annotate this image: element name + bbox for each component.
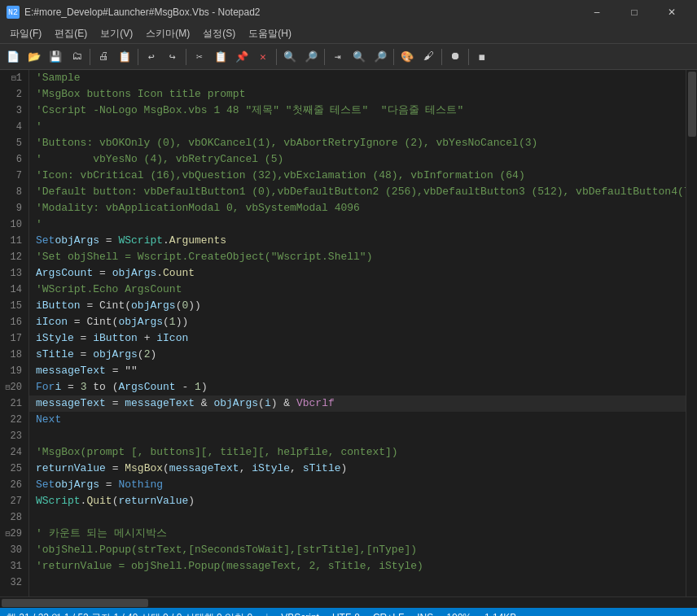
code-line-30: 'objShell.Popup(strText,[nSecondsToWait]…: [29, 542, 686, 558]
editor-container: ⊟12345678910111213141516171819⊟202122232…: [0, 70, 697, 596]
line-number-5: 5: [0, 135, 28, 151]
menu-edit[interactable]: 편집(E): [48, 25, 94, 42]
code-line-19: messageText = "": [29, 363, 686, 379]
undo-button[interactable]: ↩: [142, 47, 161, 67]
status-charset[interactable]: UTF-8: [332, 612, 360, 616]
redo-button[interactable]: ↪: [163, 47, 182, 67]
menu-view[interactable]: 보기(V): [94, 25, 139, 42]
code-line-31: 'returnValue = objShell.Popup(messageTex…: [29, 558, 686, 574]
window-title: E:#more_Develop#Launcher#MsgBox.Vbs - No…: [24, 7, 578, 18]
toolbar-sep-7: [441, 49, 442, 65]
code-line-7: 'Icon: vbCritical (16),vbQuestion (32),v…: [29, 168, 686, 184]
line-number-20: ⊟20: [0, 379, 28, 395]
code-line-6: ' vbYesNo (4), vbRetryCancel (5): [29, 151, 686, 168]
toolbar-sep-8: [468, 49, 469, 65]
line-number-31: 31: [0, 558, 28, 574]
print-preview-button[interactable]: 📋: [115, 47, 134, 67]
line-number-28: 28: [0, 509, 28, 526]
code-line-23: [29, 428, 686, 444]
code-line-4: ': [29, 119, 686, 135]
line-number-16: 16: [0, 314, 28, 330]
code-line-2: 'MsgBox buttons Icon title prompt: [29, 86, 686, 103]
line-number-12: 12: [0, 249, 28, 265]
toolbar: 📄 📂 💾 🗂 🖨 📋 ↩ ↪ ✂ 📋 📌 ✕ 🔍 🔎 ⇥ 🔍 🔎 🎨 🖌 ⏺ …: [0, 44, 697, 70]
status-ins-mode[interactable]: INS: [417, 612, 433, 616]
app-icon: N2: [7, 6, 20, 19]
menu-file[interactable]: 파일(F): [3, 25, 48, 42]
code-line-24: 'MsgBox(prompt [, buttons][, title][, he…: [29, 444, 686, 461]
print-button[interactable]: 🖨: [94, 47, 113, 67]
code-editor[interactable]: 'Sample'MsgBox buttons Icon title prompt…: [29, 70, 686, 596]
code-line-5: 'Buttons: vbOKOnly (0), vbOKCancel(1), v…: [29, 135, 686, 151]
menu-schema[interactable]: 스키마(M): [139, 25, 196, 42]
scheme-button[interactable]: 🎨: [397, 47, 417, 67]
scroll-thumb[interactable]: [688, 72, 696, 137]
code-line-13: ArgsCount = objArgs.Count: [29, 265, 686, 282]
vertical-scrollbar[interactable]: [686, 70, 697, 596]
scheme2-button[interactable]: 🖌: [419, 47, 438, 67]
replace-button[interactable]: 🔎: [301, 47, 321, 67]
status-zoom[interactable]: 100%: [446, 612, 471, 616]
code-line-3: 'Cscript -NoLogo MsgBox.vbs 1 48 "제목" "첫…: [29, 103, 686, 119]
line-number-9: 9: [0, 200, 28, 216]
toolbar-sep-4: [276, 49, 277, 65]
close-button[interactable]: ✕: [653, 0, 690, 24]
code-line-12: 'Set objShell = Wscript.CreateObject("Ws…: [29, 249, 686, 265]
open-button[interactable]: 📂: [24, 47, 44, 67]
line-number-14: 14: [0, 282, 28, 298]
zoom-in-button[interactable]: 🔍: [349, 47, 369, 67]
line-number-15: 15: [0, 298, 28, 314]
code-line-15: iButton = Cint(objArgs(0)): [29, 298, 686, 314]
paste-button[interactable]: 📌: [232, 47, 252, 67]
hscroll-track: [2, 599, 695, 607]
code-line-21: messageText = messageText & objArgs(i) &…: [29, 395, 686, 412]
line-number-1: ⊟1: [0, 70, 28, 86]
toolbar-sep-5: [324, 49, 325, 65]
toolbar-sep-1: [90, 49, 90, 65]
code-line-17: iStyle = iButton + iIcon: [29, 330, 686, 347]
opaque-button[interactable]: ◼: [472, 47, 492, 67]
window-controls: – □ ✕: [578, 0, 690, 24]
status-bar: 행 21 / 33 열 1 / 52 글자 1 / 49 선택 0 / 0 선택…: [0, 608, 697, 616]
line-number-30: 30: [0, 542, 28, 558]
save-all-button[interactable]: 🗂: [67, 47, 86, 67]
maximize-button[interactable]: □: [616, 0, 653, 24]
save-button[interactable]: 💾: [46, 47, 65, 67]
hscroll-thumb[interactable]: [2, 599, 148, 607]
minimize-button[interactable]: –: [578, 0, 616, 24]
find-button[interactable]: 🔍: [280, 47, 300, 67]
new-button[interactable]: 📄: [3, 47, 23, 67]
macro-button[interactable]: ⏺: [445, 47, 465, 67]
code-line-14: 'WScript.Echo ArgsCount: [29, 282, 686, 298]
line-number-22: 22: [0, 412, 28, 428]
toolbar-sep-6: [393, 49, 394, 65]
zoom-out-button[interactable]: 🔎: [370, 47, 390, 67]
line-number-3: 3: [0, 103, 28, 119]
status-file-size: 1.14KB: [484, 612, 516, 616]
line-number-27: 27: [0, 493, 28, 509]
delete-button[interactable]: ✕: [253, 47, 273, 67]
menu-help[interactable]: 도움말(H): [242, 25, 298, 42]
code-line-18: sTitle = objArgs(2): [29, 347, 686, 363]
line-number-25: 25: [0, 461, 28, 477]
copy-button[interactable]: 📋: [211, 47, 230, 67]
code-line-27: WScript.Quit(returnValue): [29, 493, 686, 509]
code-line-9: 'Modality: vbApplicationModal 0, vbSyste…: [29, 200, 686, 216]
status-language[interactable]: VBScript: [281, 612, 319, 616]
menu-settings[interactable]: 설정(S): [196, 25, 242, 42]
code-line-26: Set objArgs = Nothing: [29, 477, 686, 493]
code-line-29: ' 카운트 되는 메시지박스: [29, 526, 686, 542]
code-line-11: Set objArgs = WScript.Arguments: [29, 233, 686, 249]
line-number-18: 18: [0, 347, 28, 363]
status-line-ending[interactable]: CR+LF: [373, 612, 404, 616]
line-number-gutter: ⊟12345678910111213141516171819⊟202122232…: [0, 70, 29, 596]
line-number-19: 19: [0, 363, 28, 379]
line-number-24: 24: [0, 444, 28, 461]
indent-button[interactable]: ⇥: [328, 47, 348, 67]
line-number-13: 13: [0, 265, 28, 282]
line-number-4: 4: [0, 119, 28, 135]
line-number-7: 7: [0, 168, 28, 184]
code-line-28: [29, 509, 686, 526]
cut-button[interactable]: ✂: [190, 47, 209, 67]
horizontal-scrollbar[interactable]: [0, 596, 697, 608]
